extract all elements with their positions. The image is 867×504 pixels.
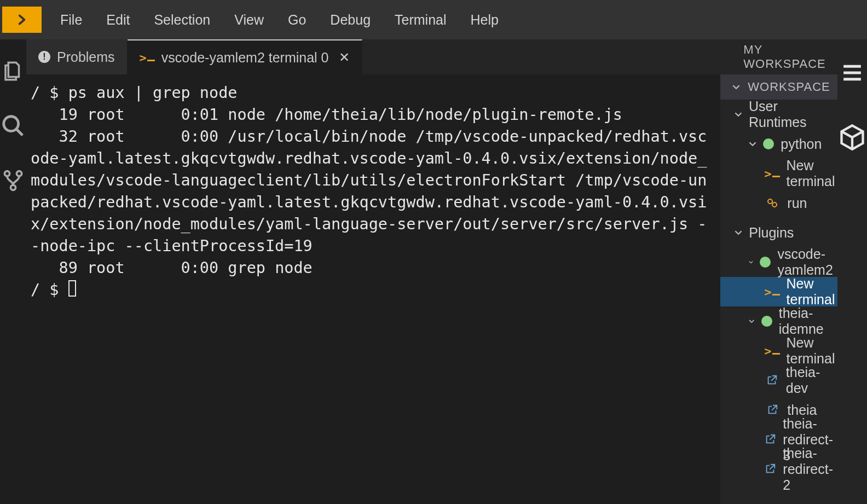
terminal-output: / $ ps aux | grep node 19 root 0:01 node… xyxy=(31,82,716,301)
chevron-down-icon xyxy=(735,111,742,118)
cube-icon xyxy=(838,123,866,152)
tree-runtime-python[interactable]: python xyxy=(720,129,837,159)
tab-problems[interactable]: ! Problems xyxy=(26,39,128,74)
tree-label: theia-redirect-2 xyxy=(783,445,837,493)
tree-label: User Runtimes xyxy=(749,100,837,130)
activity-explorer[interactable] xyxy=(0,58,26,84)
chevron-down-icon xyxy=(749,317,754,325)
warning-icon: ! xyxy=(38,51,50,63)
right-activity-cube[interactable] xyxy=(837,125,867,150)
menu-help[interactable]: Help xyxy=(459,0,511,39)
menu-edit[interactable]: Edit xyxy=(94,0,142,39)
tree-label: Plugins xyxy=(749,225,794,241)
list-icon xyxy=(839,62,866,84)
status-dot-icon xyxy=(763,138,774,149)
tree-theia-ide-new-terminal[interactable]: > New terminal xyxy=(720,336,837,366)
tree-plugin-theia-ide[interactable]: theia-idemne xyxy=(720,306,837,336)
external-link-icon xyxy=(764,433,776,445)
section-label: WORKSPACE xyxy=(748,80,830,94)
tree-vscode-yaml-new-terminal[interactable]: > New terminal xyxy=(720,277,837,306)
editor-area: ! Problems > vscode-yamlem2 terminal 0 ✕… xyxy=(26,39,720,504)
svg-point-4 xyxy=(768,199,772,204)
tree-python-run[interactable]: run xyxy=(720,188,837,218)
gears-icon xyxy=(766,196,779,210)
chevron-down-icon xyxy=(749,258,753,266)
external-link-icon xyxy=(764,463,776,475)
menubar: File Edit Selection View Go Debug Termin… xyxy=(0,0,867,39)
svg-point-2 xyxy=(16,171,21,176)
tab-label: Problems xyxy=(57,49,115,65)
terminal-view[interactable]: / $ ps aux | grep node 19 root 0:01 node… xyxy=(26,74,720,504)
status-dot-icon xyxy=(761,316,772,327)
terminal-icon: > xyxy=(140,51,155,65)
menu-terminal[interactable]: Terminal xyxy=(383,0,458,39)
activity-search[interactable] xyxy=(0,113,26,139)
svg-point-5 xyxy=(772,202,777,207)
search-icon xyxy=(1,113,26,138)
tree-label: run xyxy=(787,195,807,211)
menu-file[interactable]: File xyxy=(48,0,94,39)
menu-debug[interactable]: Debug xyxy=(318,0,383,39)
menu-go[interactable]: Go xyxy=(276,0,318,39)
activity-bar xyxy=(0,39,26,504)
svg-point-1 xyxy=(4,171,9,176)
tree-label: theia-idemne xyxy=(779,305,837,337)
tree-label: New terminal xyxy=(787,276,837,308)
status-dot-icon xyxy=(760,257,771,268)
tree-label: New terminal xyxy=(787,335,837,367)
tree-label: New terminal xyxy=(787,158,837,189)
right-activity-bar xyxy=(837,39,867,504)
files-icon xyxy=(2,60,25,83)
tree-label: vscode-yamlem2 xyxy=(777,246,837,278)
tab-bar: ! Problems > vscode-yamlem2 terminal 0 ✕ xyxy=(26,39,720,74)
terminal-icon: > xyxy=(764,167,779,181)
tab-label: vscode-yamlem2 terminal 0 xyxy=(161,50,329,66)
tree-user-runtimes[interactable]: User Runtimes xyxy=(720,100,837,129)
tree-python-new-terminal[interactable]: > New terminal xyxy=(720,159,837,188)
panel-title: MY WORKSPACE xyxy=(720,39,837,74)
tree-label: python xyxy=(781,136,822,152)
external-link-icon xyxy=(766,374,778,386)
menu-view[interactable]: View xyxy=(222,0,276,39)
section-header-workspace[interactable]: WORKSPACE xyxy=(720,74,837,100)
brand-logo xyxy=(2,7,42,33)
svg-point-3 xyxy=(10,185,15,190)
git-branch-icon xyxy=(1,169,25,193)
tab-terminal-active[interactable]: > vscode-yamlem2 terminal 0 ✕ xyxy=(128,39,362,74)
tree-plugin-vscode-yaml[interactable]: vscode-yamlem2 xyxy=(720,247,837,277)
menu-selection[interactable]: Selection xyxy=(142,0,222,39)
chevron-down-icon xyxy=(749,140,756,148)
tree-link-theia-dev[interactable]: theia-dev xyxy=(720,366,837,395)
chevron-right-icon xyxy=(15,13,29,27)
chevron-down-icon xyxy=(732,83,740,91)
terminal-icon: > xyxy=(764,344,779,358)
workspace-tree: User Runtimes python > New terminal xyxy=(720,100,837,504)
activity-git[interactable] xyxy=(0,167,26,194)
workspace-panel: MY WORKSPACE WORKSPACE User Runtimes pyt… xyxy=(720,39,837,504)
close-icon[interactable]: ✕ xyxy=(339,50,350,65)
terminal-cursor xyxy=(68,280,76,297)
external-link-icon xyxy=(766,404,778,416)
tree-label: theia-dev xyxy=(786,364,837,396)
terminal-icon: > xyxy=(764,285,779,299)
svg-point-0 xyxy=(4,117,19,131)
right-activity-list[interactable] xyxy=(837,60,867,85)
chevron-down-icon xyxy=(735,229,742,236)
tree-link-theia-redirect-2[interactable]: theia-redirect-2 xyxy=(720,454,837,484)
tree-plugins[interactable]: Plugins xyxy=(720,218,837,247)
